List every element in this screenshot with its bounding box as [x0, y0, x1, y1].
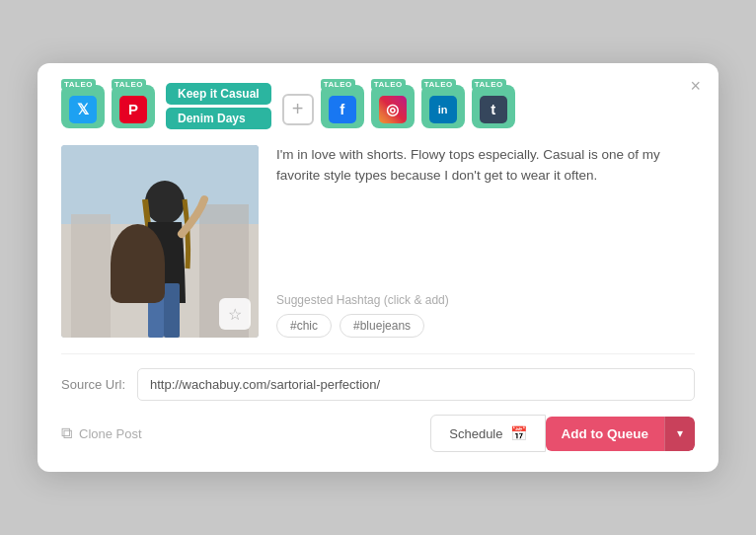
social-bar: TALEO 𝕏 TALEO P Keep it Casual Denim Day…	[61, 83, 695, 129]
svg-point-4	[145, 181, 185, 224]
clone-post-label: Clone Post	[79, 426, 142, 441]
taleo-badge-tumblr: TALEO	[472, 79, 506, 90]
schedule-label: Schedule	[449, 426, 502, 441]
social-icon-wrap-instagram[interactable]: TALEO ◎	[371, 85, 415, 128]
board-dropdown-2[interactable]: Denim Days	[166, 108, 271, 129]
add-network-button[interactable]: +	[282, 94, 314, 125]
social-icon-wrap-facebook[interactable]: TALEO f	[321, 85, 364, 128]
taleo-badge-instagram: TALEO	[371, 79, 406, 90]
hashtag-bluejeans[interactable]: #bluejeans	[340, 314, 424, 338]
svg-rect-2	[71, 214, 111, 338]
modal: × TALEO 𝕏 TALEO P Keep it Casual Denim D…	[38, 63, 718, 472]
hashtag-label: Suggested Hashtag (click & add)	[276, 293, 695, 307]
add-to-queue-dropdown[interactable]: ▾	[664, 417, 695, 451]
social-icon-wrap-tumblr[interactable]: TALEO t	[472, 85, 515, 128]
taleo-badge-linkedin: TALEO	[421, 79, 456, 90]
hashtag-chic[interactable]: #chic	[276, 314, 332, 338]
post-image-wrap: ☆	[61, 145, 259, 338]
source-url-input[interactable]	[137, 368, 695, 401]
board-dropdown-group: Keep it Casual Denim Days	[166, 83, 271, 129]
star-button[interactable]: ☆	[219, 298, 251, 330]
clone-post-button[interactable]: ⧉ Clone Post	[61, 424, 142, 442]
tumblr-icon: t	[480, 96, 507, 123]
taleo-badge-facebook: TALEO	[321, 79, 355, 90]
source-label: Source Url:	[61, 377, 125, 392]
linkedin-icon: in	[429, 96, 457, 123]
social-icon-wrap-linkedin[interactable]: TALEO in	[421, 85, 465, 128]
bottom-bar: ⧉ Clone Post Schedule 📅 Add to Queue ▾	[61, 415, 695, 452]
social-icon-wrap-twitter[interactable]: TALEO 𝕏	[61, 85, 105, 128]
taleo-badge-pinterest: TALEO	[112, 79, 146, 90]
add-to-queue-button[interactable]: Add to Queue	[546, 417, 665, 451]
post-text: I'm in love with shorts. Flowy tops espe…	[276, 145, 695, 187]
hashtag-section: Suggested Hashtag (click & add) #chic #b…	[276, 293, 695, 338]
text-section: I'm in love with shorts. Flowy tops espe…	[276, 145, 695, 338]
instagram-icon: ◎	[379, 96, 407, 123]
facebook-icon: f	[329, 96, 356, 123]
board-dropdown-1[interactable]: Keep it Casual	[166, 83, 271, 105]
hashtag-tags: #chic #bluejeans	[276, 314, 695, 338]
source-row: Source Url:	[61, 353, 695, 401]
taleo-badge-twitter: TALEO	[61, 79, 96, 90]
calendar-icon: 📅	[510, 425, 527, 441]
schedule-button[interactable]: Schedule 📅	[430, 415, 545, 452]
svg-rect-6	[164, 283, 180, 338]
social-icon-wrap-pinterest[interactable]: TALEO P	[112, 85, 155, 128]
add-to-queue-wrap: Add to Queue ▾	[546, 417, 696, 451]
twitter-icon: 𝕏	[69, 96, 97, 123]
clone-icon: ⧉	[61, 424, 72, 442]
main-content: ☆ I'm in love with shorts. Flowy tops es…	[61, 145, 695, 338]
svg-rect-5	[148, 283, 164, 338]
pinterest-icon: P	[119, 96, 147, 123]
right-actions: Schedule 📅 Add to Queue ▾	[430, 415, 695, 452]
close-button[interactable]: ×	[690, 77, 701, 95]
